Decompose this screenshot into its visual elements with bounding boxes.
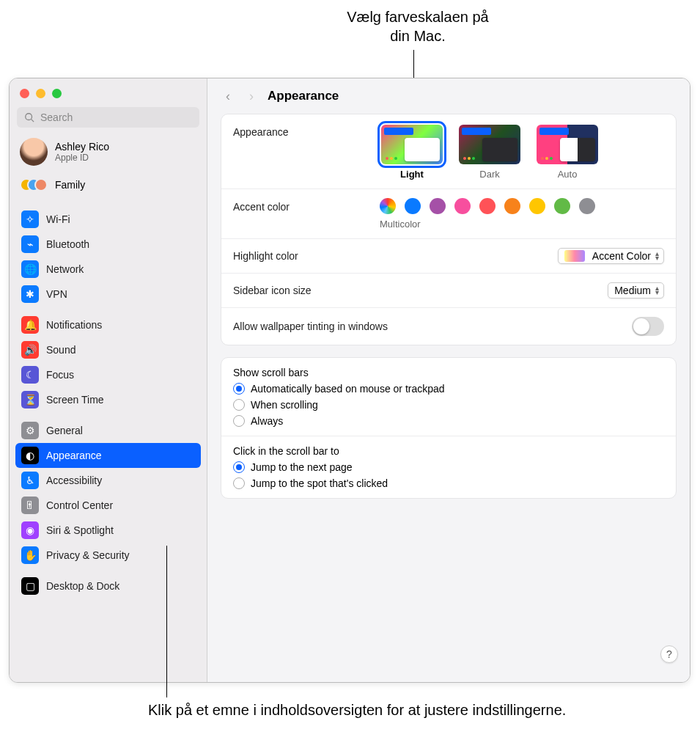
family-row[interactable]: Family — [10, 172, 207, 201]
sidebar-item-vpn[interactable]: ✱VPN — [15, 282, 201, 307]
radio-label: Always — [251, 415, 283, 427]
appearance-option-dark[interactable]: Dark — [457, 123, 522, 180]
sidebar-icon: ✧ — [21, 210, 39, 228]
sidebar-item-label: Appearance — [46, 450, 102, 461]
family-icon — [20, 176, 48, 194]
user-name: Ashley Rico — [55, 141, 109, 153]
sidebar-item-sound[interactable]: 🔊Sound — [15, 337, 201, 362]
tinting-label: Allow wallpaper tinting in windows — [233, 320, 632, 332]
sidebar-icon: ☾ — [21, 366, 39, 384]
page-title: Appearance — [268, 89, 339, 103]
sidebar-item-label: Sound — [46, 344, 75, 356]
appearance-thumb — [457, 123, 522, 166]
sidebar-item-label: Bluetooth — [46, 238, 89, 250]
avatar — [20, 138, 48, 166]
settings-window: Search Ashley Rico Apple ID Family ✧Wi-F… — [9, 78, 690, 683]
sidebar-icon: ✱ — [21, 285, 39, 303]
sidebar-icon: ⚙ — [21, 422, 39, 439]
back-button[interactable]: ‹ — [221, 89, 235, 103]
appearance-option-label: Auto — [535, 169, 600, 180]
sidebar-item-privacy-security[interactable]: ✋Privacy & Security — [15, 543, 201, 568]
sidebar-size-popup[interactable]: Medium ▴▾ — [608, 282, 664, 298]
sidebar-item-desktop-dock[interactable]: ▢Desktop & Dock — [15, 574, 201, 598]
radio-option[interactable]: Automatically based on mouse or trackpad — [233, 383, 664, 395]
header: ‹ › Appearance — [207, 78, 690, 114]
accent-color-ff5257[interactable] — [479, 198, 495, 214]
accent-color-f74f9e[interactable] — [454, 198, 471, 214]
sidebar-item-notifications[interactable]: 🔔Notifications — [15, 312, 201, 337]
search-input[interactable]: Search — [17, 107, 199, 128]
accent-color-62ba46[interactable] — [554, 198, 570, 214]
appearance-option-label: Light — [380, 169, 444, 180]
sidebar-item-control-center[interactable]: 🎚Control Center — [15, 493, 201, 518]
accent-color-0a7aff[interactable] — [405, 198, 421, 214]
accent-color-f7821b[interactable] — [504, 198, 520, 214]
radio-button — [233, 399, 245, 411]
appearance-panel: Appearance LightDarkAuto Accent color Mu… — [221, 114, 677, 345]
radio-label: Jump to the spot that's clicked — [251, 477, 388, 489]
accent-selected-label: Multicolor — [380, 219, 664, 230]
appearance-thumb — [535, 123, 600, 166]
sidebar-item-label: Notifications — [46, 319, 102, 331]
highlight-swatch — [564, 250, 585, 262]
help-button[interactable]: ? — [660, 645, 678, 663]
radio-option[interactable]: When scrolling — [233, 399, 664, 411]
user-account-row[interactable]: Ashley Rico Apple ID — [10, 135, 207, 172]
maximize-button[interactable] — [52, 89, 62, 98]
svg-point-0 — [26, 114, 32, 120]
radio-button — [233, 415, 245, 427]
sidebar-icon: 🎚 — [21, 497, 39, 514]
radio-option[interactable]: Jump to the next page — [233, 461, 664, 473]
highlight-label: Highlight color — [233, 250, 558, 262]
scroll-panel: Show scroll bars Automatically based on … — [221, 357, 677, 499]
radio-button — [233, 477, 245, 489]
close-button[interactable] — [20, 89, 29, 98]
sidebar-item-siri-spotlight[interactable]: ◉Siri & Spotlight — [15, 518, 201, 543]
sidebar-icon: ◐ — [21, 447, 39, 464]
appearance-option-auto[interactable]: Auto — [535, 123, 600, 180]
accent-color-a550a7[interactable] — [430, 198, 446, 214]
radio-button — [233, 383, 245, 395]
radio-option[interactable]: Always — [233, 415, 664, 427]
sidebar: Search Ashley Rico Apple ID Family ✧Wi-F… — [10, 78, 207, 682]
tinting-toggle[interactable] — [632, 317, 664, 336]
sidebar-size-label: Sidebar icon size — [233, 285, 608, 296]
sidebar-item-label: Screen Time — [46, 394, 104, 406]
highlight-value: Accent Color — [592, 250, 651, 262]
sidebar-item-focus[interactable]: ☾Focus — [15, 362, 201, 387]
sidebar-icon: 🌐 — [21, 260, 39, 278]
svg-line-1 — [32, 120, 34, 122]
content: Appearance LightDarkAuto Accent color Mu… — [207, 114, 690, 524]
callout-line — [166, 546, 167, 697]
click-scroll-options: Jump to the next pageJump to the spot th… — [233, 461, 664, 489]
sidebar-item-wi-fi[interactable]: ✧Wi-Fi — [15, 207, 201, 232]
sidebar-item-accessibility[interactable]: ♿︎Accessibility — [15, 468, 201, 493]
appearance-option-light[interactable]: Light — [380, 123, 444, 180]
highlight-popup[interactable]: Accent Color ▴▾ — [558, 248, 664, 264]
appearance-option-label: Dark — [457, 169, 522, 180]
accent-color-8e8e93[interactable] — [579, 198, 595, 214]
sidebar-item-general[interactable]: ⚙General — [15, 418, 201, 443]
radio-button — [233, 461, 245, 473]
sidebar-icon: ✋ — [21, 546, 39, 564]
forward-button[interactable]: › — [244, 89, 259, 103]
sidebar-item-screen-time[interactable]: ⏳Screen Time — [15, 387, 201, 412]
accent-color-multicolor[interactable] — [380, 198, 396, 214]
search-placeholder: Search — [40, 111, 73, 123]
sidebar-item-bluetooth[interactable]: ⌁Bluetooth — [15, 232, 201, 257]
radio-option[interactable]: Jump to the spot that's clicked — [233, 477, 664, 489]
minimize-button[interactable] — [36, 89, 45, 98]
chevron-updown-icon: ▴▾ — [655, 286, 659, 295]
sidebar-item-label: VPN — [46, 288, 67, 300]
callout-bottom-text: Klik på et emne i indholdsoversigten for… — [148, 700, 566, 719]
sidebar-item-network[interactable]: 🌐Network — [15, 257, 201, 282]
sidebar-item-appearance[interactable]: ◐Appearance — [15, 443, 201, 468]
sidebar-icon: ◉ — [21, 521, 39, 539]
sidebar-icon: ⏳ — [21, 391, 39, 409]
accent-color-ffc600[interactable] — [529, 198, 545, 214]
window-controls — [10, 78, 207, 103]
user-sub: Apple ID — [55, 153, 109, 163]
appearance-options: LightDarkAuto — [380, 123, 664, 180]
accent-color-options — [380, 198, 664, 214]
sidebar-item-label: Wi-Fi — [46, 213, 70, 225]
